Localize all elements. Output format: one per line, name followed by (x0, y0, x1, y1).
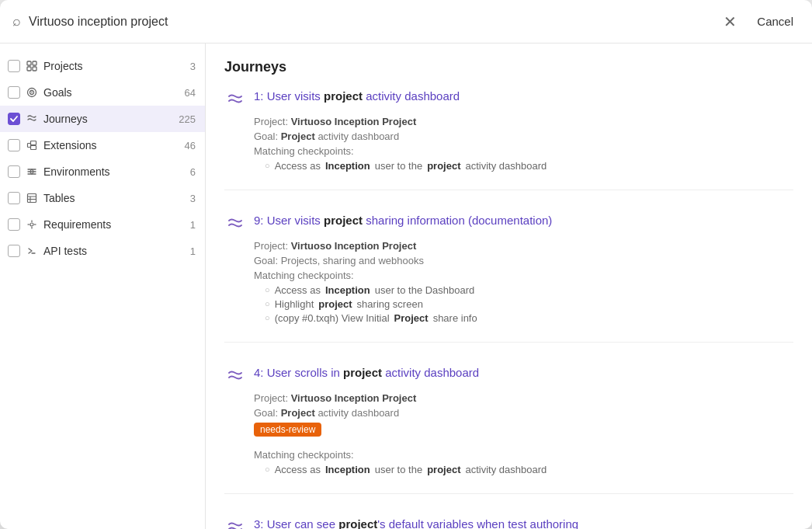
modal-body: Projects 3 Goals 64 Journeys (0, 44, 812, 529)
checkpoint-item: Access as Inception user to the project … (265, 464, 793, 475)
api-tests-label: API tests (43, 245, 186, 257)
requirements-label: Requirements (43, 218, 186, 231)
requirements-icon (25, 218, 39, 231)
svg-rect-10 (28, 194, 36, 203)
journey-item: 9: User visits project sharing informati… (224, 212, 793, 343)
sidebar-item-api-tests[interactable]: API tests 1 (0, 238, 205, 264)
journey-header: 3: User can see project's default variab… (224, 516, 793, 529)
search-input[interactable] (29, 15, 710, 29)
requirements-checkbox[interactable] (8, 218, 20, 231)
modal: ⌕ ✕ Cancel Projects 3 Goals (0, 0, 812, 529)
svg-rect-1 (33, 61, 36, 65)
journey-item: 3: User can see project's default variab… (224, 516, 793, 529)
search-header: ⌕ ✕ Cancel (0, 0, 812, 44)
extensions-count: 46 (185, 140, 196, 151)
requirements-count: 1 (190, 219, 196, 231)
tables-count: 3 (190, 193, 196, 204)
sidebar-item-projects[interactable]: Projects 3 (0, 53, 205, 79)
sidebar-item-journeys[interactable]: Journeys 225 (0, 106, 205, 132)
extensions-label: Extensions (43, 139, 180, 151)
environments-icon (25, 165, 39, 179)
journeys-checkbox[interactable] (8, 113, 20, 125)
close-button[interactable]: ✕ (717, 11, 743, 33)
journey-project: Project: Virtuoso Inception Project (254, 392, 793, 404)
goals-count: 64 (185, 87, 196, 99)
journey-project: Project: Virtuoso Inception Project (254, 116, 793, 127)
journey-title[interactable]: 3: User can see project's default variab… (254, 516, 578, 529)
svg-point-14 (30, 223, 33, 226)
journey-s-icon (224, 366, 246, 388)
journeys-count: 225 (179, 113, 196, 125)
checkpoint-item: Highlight project sharing screen (265, 298, 793, 310)
journey-title[interactable]: 9: User visits project sharing informati… (254, 212, 552, 228)
environments-label: Environments (43, 165, 186, 178)
main-content: Journeys 1: User visits project activity… (206, 44, 812, 529)
journeys-icon (25, 112, 39, 126)
journey-title[interactable]: 1: User visits project activity dashboar… (254, 88, 460, 104)
projects-checkbox[interactable] (8, 60, 20, 72)
projects-count: 3 (190, 61, 196, 72)
journey-s-icon (224, 517, 246, 529)
tables-checkbox[interactable] (8, 192, 20, 204)
journey-goal: Goal: Project activity dashboard (254, 407, 793, 419)
environments-checkbox[interactable] (8, 165, 20, 178)
extensions-icon (25, 138, 39, 152)
checkpoint-item: Access as Inception user to the Dashboar… (265, 284, 793, 296)
checkpoints-label: Matching checkpoints: (254, 449, 793, 461)
checkpoints-label: Matching checkpoints: (254, 145, 793, 157)
journey-s-icon (224, 89, 246, 111)
sidebar-item-goals[interactable]: Goals 64 (0, 79, 205, 106)
checkpoints-list: Access as Inception user to the project … (265, 464, 793, 475)
search-icon: ⌕ (12, 13, 21, 30)
journey-s-icon (224, 214, 246, 235)
svg-rect-9 (31, 146, 36, 150)
sidebar-item-extensions[interactable]: Extensions 46 (0, 132, 205, 158)
api-tests-count: 1 (190, 245, 196, 257)
checkpoints-list: Access as Inception user to the project … (265, 160, 793, 172)
svg-rect-8 (31, 141, 36, 145)
sidebar-item-requirements[interactable]: Requirements 1 (0, 211, 205, 238)
goals-icon (25, 85, 39, 99)
sidebar: Projects 3 Goals 64 Journeys (0, 44, 206, 529)
checkpoints-label: Matching checkpoints: (254, 270, 793, 281)
extensions-checkbox[interactable] (8, 139, 20, 151)
checkpoints-list: Access as Inception user to the Dashboar… (265, 284, 793, 324)
journey-title[interactable]: 4: User scrolls in project activity dash… (254, 364, 479, 381)
api-tests-checkbox[interactable] (8, 245, 20, 257)
svg-rect-3 (33, 67, 36, 71)
journey-project: Project: Virtuoso Inception Project (254, 240, 793, 252)
journey-goal: Goal: Projects, sharing and webhooks (254, 255, 793, 266)
api-tests-icon (25, 244, 39, 258)
svg-rect-0 (27, 61, 31, 65)
journey-header: 1: User visits project activity dashboar… (224, 88, 793, 111)
goals-checkbox[interactable] (8, 86, 20, 99)
journey-header: 9: User visits project sharing informati… (224, 212, 793, 235)
sidebar-item-environments[interactable]: Environments 6 (0, 158, 205, 185)
checkpoint-item: (copy #0.txqh) View Initial Project shar… (265, 312, 793, 324)
goals-label: Goals (43, 86, 180, 99)
projects-icon (25, 59, 39, 73)
sidebar-item-tables[interactable]: Tables 3 (0, 185, 205, 211)
projects-label: Projects (43, 60, 186, 72)
journey-header: 4: User scrolls in project activity dash… (224, 364, 793, 388)
svg-rect-2 (27, 67, 31, 71)
checkpoint-item: Access as Inception user to the project … (265, 160, 793, 172)
tables-label: Tables (43, 192, 186, 204)
cancel-button[interactable]: Cancel (751, 12, 800, 31)
needs-review-badge: needs-review (254, 423, 321, 437)
journey-goal: Goal: Project activity dashboard (254, 131, 793, 142)
journey-item: 1: User visits project activity dashboar… (224, 88, 793, 190)
svg-point-6 (31, 92, 33, 93)
tables-icon (25, 191, 39, 205)
environments-count: 6 (190, 166, 196, 178)
journey-item: 4: User scrolls in project activity dash… (224, 364, 793, 494)
section-title: Journeys (224, 59, 793, 75)
journeys-label: Journeys (43, 113, 174, 125)
